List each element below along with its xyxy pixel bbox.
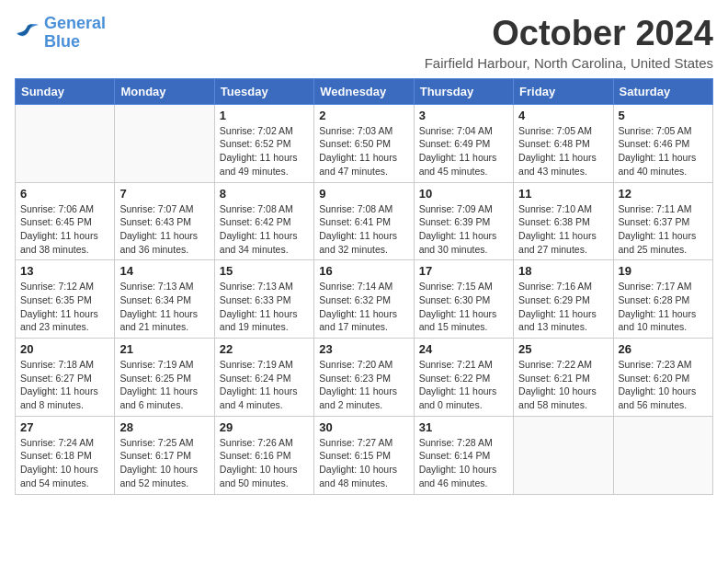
day-info: Sunrise: 7:09 AMSunset: 6:39 PMDaylight:… [419,202,508,257]
day-info: Sunrise: 7:27 AMSunset: 6:15 PMDaylight:… [319,436,408,490]
day-number: 22 [220,342,309,356]
day-number: 23 [319,342,408,356]
day-number: 25 [518,342,608,356]
calendar-header-sunday: Sunday [16,78,115,104]
calendar-cell: 25Sunrise: 7:22 AMSunset: 6:21 PMDayligh… [514,339,613,417]
day-info: Sunrise: 7:05 AMSunset: 6:48 PMDaylight:… [518,124,608,178]
day-info: Sunrise: 7:19 AMSunset: 6:25 PMDaylight:… [119,358,209,412]
day-info: Sunrise: 7:13 AMSunset: 6:33 PMDaylight:… [220,280,309,334]
calendar-cell: 11Sunrise: 7:10 AMSunset: 6:38 PMDayligh… [514,182,613,260]
week-row-4: 20Sunrise: 7:18 AMSunset: 6:27 PMDayligh… [16,339,713,417]
logo: General Blue [15,15,106,52]
location-subtitle: Fairfield Harbour, North Carolina, Unite… [425,55,713,71]
day-number: 28 [119,420,209,434]
day-info: Sunrise: 7:24 AMSunset: 6:18 PMDaylight:… [20,436,109,490]
week-row-5: 27Sunrise: 7:24 AMSunset: 6:18 PMDayligh… [16,416,713,494]
calendar-cell: 14Sunrise: 7:13 AMSunset: 6:34 PMDayligh… [115,260,214,339]
day-info: Sunrise: 7:06 AMSunset: 6:45 PMDaylight:… [20,202,109,257]
calendar-header-monday: Monday [115,78,214,104]
day-info: Sunrise: 7:16 AMSunset: 6:29 PMDaylight:… [518,280,608,334]
calendar-cell: 19Sunrise: 7:17 AMSunset: 6:28 PMDayligh… [613,260,712,339]
day-number: 2 [319,109,408,122]
day-info: Sunrise: 7:10 AMSunset: 6:38 PMDaylight:… [518,202,608,257]
calendar-cell: 7Sunrise: 7:07 AMSunset: 6:43 PMDaylight… [115,182,214,260]
day-info: Sunrise: 7:07 AMSunset: 6:43 PMDaylight:… [119,202,209,257]
month-title: October 2024 [425,15,713,53]
day-info: Sunrise: 7:11 AMSunset: 6:37 PMDaylight:… [619,202,708,257]
calendar-cell: 24Sunrise: 7:21 AMSunset: 6:22 PMDayligh… [414,339,513,417]
calendar-cell: 15Sunrise: 7:13 AMSunset: 6:33 PMDayligh… [214,260,313,339]
title-block: October 2024 Fairfield Harbour, North Ca… [425,15,713,71]
day-number: 30 [319,420,408,434]
calendar-cell: 31Sunrise: 7:28 AMSunset: 6:14 PMDayligh… [414,416,513,494]
calendar-header-thursday: Thursday [414,78,513,104]
day-number: 18 [518,264,608,278]
calendar-cell: 3Sunrise: 7:04 AMSunset: 6:49 PMDaylight… [414,104,513,182]
day-info: Sunrise: 7:08 AMSunset: 6:41 PMDaylight:… [319,202,408,257]
calendar-cell: 13Sunrise: 7:12 AMSunset: 6:35 PMDayligh… [16,260,115,339]
calendar-cell: 26Sunrise: 7:23 AMSunset: 6:20 PMDayligh… [613,339,712,417]
calendar-cell: 18Sunrise: 7:16 AMSunset: 6:29 PMDayligh… [514,260,613,339]
day-info: Sunrise: 7:21 AMSunset: 6:22 PMDaylight:… [419,358,508,412]
day-info: Sunrise: 7:15 AMSunset: 6:30 PMDaylight:… [419,280,508,334]
week-row-3: 13Sunrise: 7:12 AMSunset: 6:35 PMDayligh… [16,260,713,339]
day-number: 17 [419,264,508,278]
day-info: Sunrise: 7:13 AMSunset: 6:34 PMDaylight:… [119,280,209,334]
day-info: Sunrise: 7:02 AMSunset: 6:52 PMDaylight:… [220,124,309,178]
day-number: 12 [619,187,708,201]
day-number: 15 [220,264,309,278]
calendar-cell: 22Sunrise: 7:19 AMSunset: 6:24 PMDayligh… [214,339,313,417]
calendar-cell [115,104,214,182]
day-info: Sunrise: 7:22 AMSunset: 6:21 PMDaylight:… [518,358,608,412]
day-number: 8 [220,187,309,201]
day-number: 27 [20,420,109,434]
day-number: 9 [319,187,408,201]
day-number: 26 [619,342,708,356]
logo-icon [15,22,40,44]
calendar-cell: 2Sunrise: 7:03 AMSunset: 6:50 PMDaylight… [314,104,414,182]
day-info: Sunrise: 7:04 AMSunset: 6:49 PMDaylight:… [419,124,508,178]
day-info: Sunrise: 7:19 AMSunset: 6:24 PMDaylight:… [220,358,309,412]
day-number: 19 [619,264,708,278]
calendar-header-friday: Friday [514,78,613,104]
calendar-cell: 29Sunrise: 7:26 AMSunset: 6:16 PMDayligh… [214,416,313,494]
calendar-cell: 8Sunrise: 7:08 AMSunset: 6:42 PMDaylight… [214,182,313,260]
calendar-cell: 9Sunrise: 7:08 AMSunset: 6:41 PMDaylight… [314,182,414,260]
day-info: Sunrise: 7:26 AMSunset: 6:16 PMDaylight:… [220,436,309,490]
calendar-cell: 21Sunrise: 7:19 AMSunset: 6:25 PMDayligh… [115,339,214,417]
day-info: Sunrise: 7:03 AMSunset: 6:50 PMDaylight:… [319,124,408,178]
calendar-cell: 10Sunrise: 7:09 AMSunset: 6:39 PMDayligh… [414,182,513,260]
calendar-cell: 30Sunrise: 7:27 AMSunset: 6:15 PMDayligh… [314,416,414,494]
day-number: 14 [119,264,209,278]
calendar-cell: 6Sunrise: 7:06 AMSunset: 6:45 PMDaylight… [16,182,115,260]
day-number: 3 [419,109,508,122]
calendar-header-row: SundayMondayTuesdayWednesdayThursdayFrid… [16,78,713,104]
day-info: Sunrise: 7:25 AMSunset: 6:17 PMDaylight:… [119,436,209,490]
calendar-cell [613,416,712,494]
day-number: 6 [20,187,109,201]
calendar-cell: 27Sunrise: 7:24 AMSunset: 6:18 PMDayligh… [16,416,115,494]
day-number: 20 [20,342,109,356]
day-number: 11 [518,187,608,201]
calendar-cell: 23Sunrise: 7:20 AMSunset: 6:23 PMDayligh… [314,339,414,417]
calendar-cell: 16Sunrise: 7:14 AMSunset: 6:32 PMDayligh… [314,260,414,339]
calendar-header-wednesday: Wednesday [314,78,414,104]
calendar-cell: 28Sunrise: 7:25 AMSunset: 6:17 PMDayligh… [115,416,214,494]
day-number: 16 [319,264,408,278]
day-info: Sunrise: 7:18 AMSunset: 6:27 PMDaylight:… [20,358,109,412]
day-info: Sunrise: 7:28 AMSunset: 6:14 PMDaylight:… [419,436,508,490]
calendar-cell: 4Sunrise: 7:05 AMSunset: 6:48 PMDaylight… [514,104,613,182]
page-header: General Blue October 2024 Fairfield Harb… [15,15,713,71]
day-info: Sunrise: 7:05 AMSunset: 6:46 PMDaylight:… [619,124,708,178]
calendar-cell: 5Sunrise: 7:05 AMSunset: 6:46 PMDaylight… [613,104,712,182]
day-number: 10 [419,187,508,201]
calendar-cell [514,416,613,494]
calendar-header-saturday: Saturday [613,78,712,104]
day-number: 5 [619,109,708,122]
calendar-header-tuesday: Tuesday [214,78,313,104]
calendar-cell: 17Sunrise: 7:15 AMSunset: 6:30 PMDayligh… [414,260,513,339]
day-number: 21 [119,342,209,356]
calendar-cell: 20Sunrise: 7:18 AMSunset: 6:27 PMDayligh… [16,339,115,417]
day-number: 1 [220,109,309,122]
week-row-1: 1Sunrise: 7:02 AMSunset: 6:52 PMDaylight… [16,104,713,182]
